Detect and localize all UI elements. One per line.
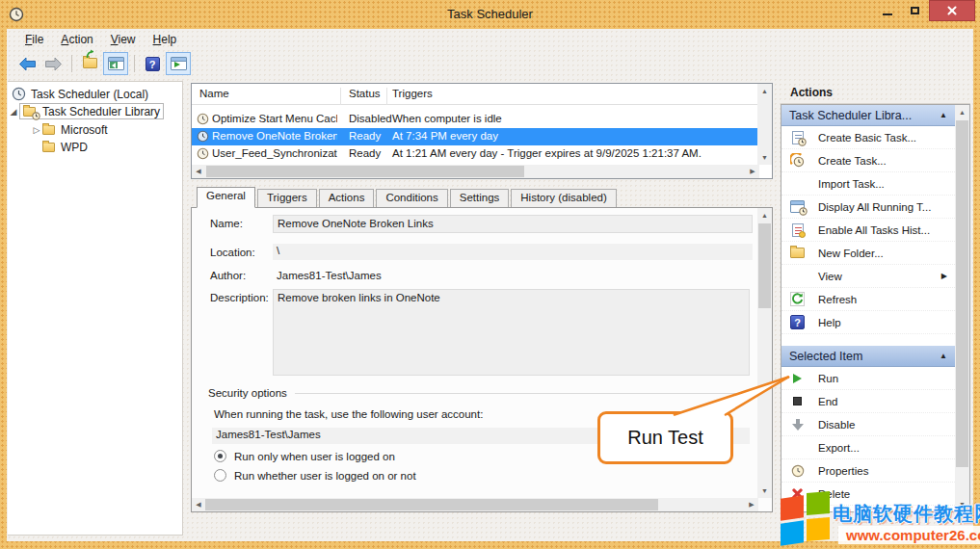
show-action-pane-button[interactable] (166, 52, 191, 75)
action-create-task[interactable]: Create Task... (781, 149, 955, 172)
scroll-up-icon[interactable]: ▲ (757, 208, 772, 222)
action-display-all-running[interactable]: Display All Running T... (781, 196, 955, 219)
close-button[interactable] (929, 0, 975, 21)
action-properties[interactable]: Properties (781, 459, 955, 483)
scroll-up-icon[interactable]: ▲ (955, 105, 969, 119)
security-options-group: Security options (208, 387, 750, 399)
scrollbar-thumb[interactable] (956, 120, 968, 467)
scroll-up-icon[interactable]: ▲ (757, 84, 772, 98)
actions-panel-title: Actions (781, 83, 970, 104)
display-running-tasks-icon (789, 198, 806, 215)
action-refresh[interactable]: Refresh (781, 288, 955, 311)
client-area: File Action View Help (7, 29, 973, 541)
menu-file[interactable]: File (16, 31, 52, 48)
title-bar[interactable]: Task Scheduler (0, 0, 980, 29)
scroll-left-icon[interactable]: ◀ (192, 165, 205, 178)
column-header-name[interactable]: Name (199, 88, 229, 99)
details-tabs: General Triggers Actions Conditions Sett… (197, 187, 619, 207)
scrollbar-thumb[interactable] (205, 499, 658, 510)
show-console-tree-icon (108, 57, 124, 70)
collapse-section-icon[interactable]: ▲ (940, 111, 947, 119)
tab-settings[interactable]: Settings (450, 189, 510, 207)
task-clock-icon (197, 130, 209, 143)
show-console-tree-button[interactable] (103, 52, 128, 75)
folder-icon (42, 125, 55, 135)
column-header-triggers[interactable]: Triggers (392, 88, 433, 99)
column-divider[interactable] (340, 88, 341, 105)
action-new-folder[interactable]: New Folder... (781, 242, 955, 265)
tab-triggers[interactable]: Triggers (257, 189, 317, 207)
help-button[interactable]: ? (140, 52, 165, 75)
maximize-button[interactable] (901, 0, 929, 21)
menu-view[interactable]: View (102, 31, 145, 48)
action-help[interactable]: ? Help (781, 311, 955, 334)
radio-run-only-logged-on[interactable] (214, 450, 226, 462)
action-enable-all-tasks-history[interactable]: Enable All Tasks Hist... (781, 219, 955, 242)
task-row-user-feed-sync[interactable]: User_Feed_Synchronizatio... Ready At 1:2… (192, 145, 757, 163)
tab-history[interactable]: History (disabled) (511, 189, 616, 207)
column-divider[interactable] (386, 88, 387, 105)
action-create-basic-task[interactable]: Create Basic Task... (781, 126, 955, 149)
actions-panel-scrollbar[interactable]: ▲ ▼ (955, 105, 969, 511)
tree-item-task-scheduler-local[interactable]: Task Scheduler (Local) (12, 86, 148, 102)
minimize-icon (883, 13, 892, 15)
tree-item-microsoft[interactable]: ▷ Microsoft (31, 121, 108, 138)
export-list-button[interactable] (77, 52, 102, 75)
action-run[interactable]: Run (781, 367, 955, 390)
task-list-vertical-scrollbar[interactable]: ▲ ▼ (757, 84, 772, 165)
expanded-triangle-icon[interactable]: ◢ (8, 107, 19, 117)
forward-icon (44, 57, 63, 71)
scrollbar-thumb[interactable] (758, 223, 771, 308)
scroll-down-icon[interactable]: ▼ (757, 150, 772, 165)
section-header-task-scheduler-library[interactable]: Task Scheduler Libra... ▲ (781, 105, 955, 126)
actions-panel: Actions Task Scheduler Libra... ▲ (781, 83, 970, 536)
back-button[interactable] (14, 52, 40, 75)
watermark-site-url: www.computer26.com (838, 526, 980, 544)
action-disable[interactable]: Disable (781, 413, 955, 436)
task-row-remove-onenote-broken[interactable]: Remove OneNote Broken ... Ready At 7:34 … (192, 128, 757, 145)
tree-item-task-scheduler-library[interactable]: ◢ Task Scheduler Library (8, 103, 164, 119)
security-options-label: Security options (208, 387, 287, 399)
run-test-callout-label: Run Test (627, 427, 703, 449)
action-import-task[interactable]: Import Task... (781, 172, 955, 196)
scroll-right-icon[interactable]: ▶ (745, 498, 758, 511)
task-clock-icon (197, 147, 209, 160)
scroll-right-icon[interactable]: ▶ (746, 165, 759, 178)
end-icon (789, 393, 806, 409)
collapse-section-icon[interactable]: ▲ (940, 352, 947, 360)
tab-actions[interactable]: Actions (319, 189, 375, 207)
section-header-selected-item[interactable]: Selected Item ▲ (781, 346, 955, 367)
details-vertical-scrollbar[interactable]: ▲ ▼ (757, 208, 772, 498)
tab-general[interactable]: General (197, 187, 255, 208)
triggers-cell: At 1:21 AM every day - Trigger expires a… (392, 147, 702, 159)
disable-icon (789, 416, 806, 432)
task-list-horizontal-scrollbar[interactable]: ◀ ▶ (192, 165, 759, 178)
radio-run-whether-logged-on[interactable] (214, 469, 226, 482)
status-cell: Ready (349, 130, 381, 142)
menu-action[interactable]: Action (52, 31, 101, 48)
details-horizontal-scrollbar[interactable]: ◀ ▶ (192, 498, 758, 511)
action-end[interactable]: End (781, 390, 955, 413)
scrollbar-thumb[interactable] (206, 166, 524, 177)
minimize-button[interactable] (873, 0, 901, 21)
task-name-field[interactable]: Remove OneNote Broken Links (273, 215, 753, 233)
properties-icon (789, 462, 806, 479)
scroll-down-icon[interactable]: ▼ (757, 484, 772, 498)
action-export[interactable]: Export... (781, 436, 955, 459)
forward-button[interactable] (40, 52, 66, 75)
task-row-optimize-start-menu[interactable]: Optimize Start Menu Cach... Disabled Whe… (192, 111, 757, 128)
menu-help[interactable]: Help (145, 31, 186, 48)
scroll-left-icon[interactable]: ◀ (192, 498, 205, 511)
radio-run-only-logged-on-label[interactable]: Run only when user is logged on (234, 451, 395, 462)
maximize-icon (911, 7, 919, 14)
tree-item-wpd[interactable]: WPD (42, 139, 88, 155)
tab-conditions[interactable]: Conditions (376, 189, 447, 207)
task-list: Name Status Triggers Optimize Start Menu… (191, 83, 773, 179)
collapsed-triangle-icon[interactable]: ▷ (31, 125, 42, 135)
column-header-status[interactable]: Status (349, 88, 381, 99)
radio-run-whether-logged-on-label[interactable]: Run whether user is logged on or not (234, 470, 416, 482)
task-description-field[interactable]: Remove broken links in OneNote (273, 289, 750, 376)
task-author-value: James81-Test\James (277, 270, 382, 281)
action-view[interactable]: View ▶ (781, 265, 955, 288)
menu-bar: File Action View Help (7, 29, 973, 50)
